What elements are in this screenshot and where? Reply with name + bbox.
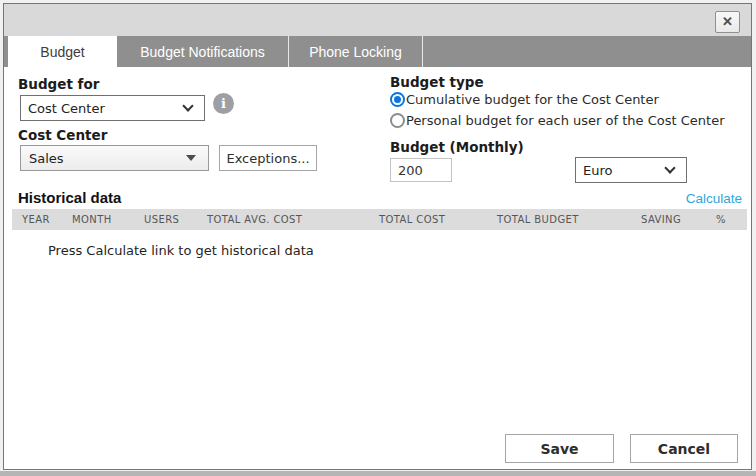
column-header-total-avg-cost: TOTAL AVG. COST [207, 214, 379, 225]
exceptions-button[interactable]: Exceptions... [219, 145, 317, 171]
column-header-percent: % [716, 214, 747, 225]
tab-strip: Budget Budget Notifications Phone Lockin… [4, 36, 751, 67]
budget-for-label: Budget for [18, 76, 99, 92]
tab-phone-locking[interactable]: Phone Locking [289, 36, 423, 67]
cost-center-label: Cost Center [18, 127, 107, 143]
chevron-down-icon [664, 162, 675, 173]
historical-table-header: YEAR MONTH USERS TOTAL AVG. COST TOTAL C… [12, 209, 747, 230]
triangle-down-icon [186, 155, 196, 161]
column-header-year: YEAR [22, 214, 72, 225]
chevron-down-icon [182, 100, 193, 111]
tab-budget-notifications[interactable]: Budget Notifications [117, 36, 289, 67]
page-bottom-strip [0, 471, 756, 476]
close-icon[interactable]: ✕ [715, 11, 740, 33]
budget-monthly-label: Budget (Monthly) [390, 139, 524, 155]
column-header-users: USERS [144, 214, 207, 225]
radio-selected-icon[interactable] [390, 92, 405, 107]
dialog-content: Budget for Cost Center i Cost Center Sal… [4, 67, 751, 469]
currency-selected-value: Euro [576, 163, 666, 178]
budget-amount-input[interactable] [390, 158, 452, 182]
info-icon[interactable]: i [213, 93, 234, 114]
cost-center-selected-value: Sales [21, 151, 186, 166]
column-header-saving: SAVING [641, 214, 716, 225]
cost-center-select[interactable]: Sales [20, 145, 209, 171]
tab-budget[interactable]: Budget [8, 36, 117, 67]
radio-option-label: Cumulative budget for the Cost Center [406, 92, 659, 107]
page-background: ✕ Budget Budget Notifications Phone Lock… [0, 0, 756, 476]
column-header-total-cost: TOTAL COST [379, 214, 497, 225]
calculate-link[interactable]: Calculate [686, 191, 742, 206]
budget-for-selected-value: Cost Center [21, 101, 184, 116]
historical-data-title: Historical data [18, 189, 121, 206]
budget-dialog: ✕ Budget Budget Notifications Phone Lock… [3, 3, 752, 470]
budget-type-label: Budget type [390, 74, 484, 90]
save-button[interactable]: Save [505, 434, 614, 463]
column-header-total-budget: TOTAL BUDGET [497, 214, 641, 225]
empty-table-message: Press Calculate link to get historical d… [48, 243, 314, 258]
radio-option-label: Personal budget for each user of the Cos… [406, 113, 725, 128]
dialog-titlebar: ✕ [4, 4, 751, 36]
column-header-month: MONTH [72, 214, 144, 225]
currency-select[interactable]: Euro [575, 157, 687, 183]
radio-unselected-icon[interactable] [390, 113, 405, 128]
budget-for-select[interactable]: Cost Center [20, 95, 205, 121]
cancel-button[interactable]: Cancel [630, 434, 738, 463]
radio-option-cumulative[interactable]: Cumulative budget for the Cost Center [390, 90, 659, 108]
radio-option-personal[interactable]: Personal budget for each user of the Cos… [390, 111, 725, 129]
